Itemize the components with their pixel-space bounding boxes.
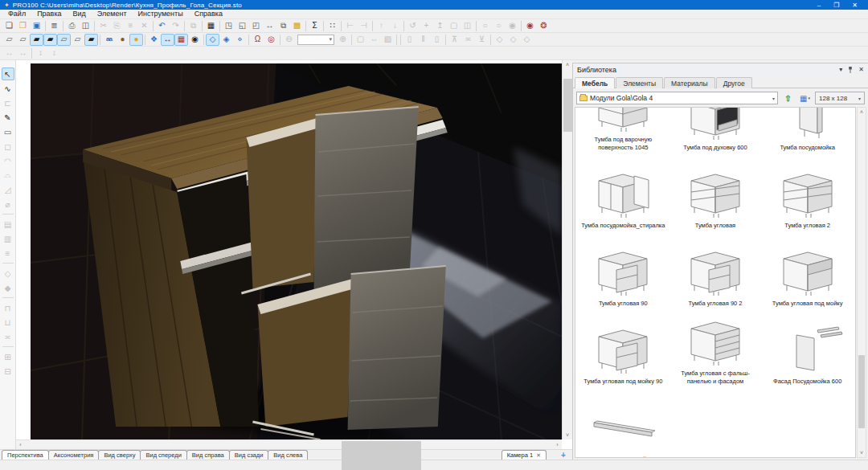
pin-icon[interactable] [848, 67, 853, 73]
view-tab-top[interactable]: Вид сверху [98, 450, 141, 460]
sep [476, 21, 477, 31]
select-tool-icon[interactable]: ↖ [2, 67, 14, 80]
element-clone-icon[interactable]: ⧉ [276, 20, 290, 32]
zoom-level-combo[interactable]: ▾ [297, 35, 334, 45]
menu-tools[interactable]: Инструменты [133, 10, 189, 18]
minimize-button[interactable]: – [817, 2, 821, 9]
tab-materials[interactable]: Материалы [664, 77, 715, 88]
price-list-icon[interactable]: Σ [308, 20, 321, 32]
snap-grid-icon[interactable]: ∷ [326, 20, 339, 32]
folder-up-button[interactable]: ⇧ [781, 92, 795, 104]
add-camera-button[interactable]: + [558, 451, 569, 460]
view-white-icon[interactable]: ▱ [57, 34, 71, 46]
scroll-down-icon[interactable]: ˅ [860, 448, 863, 457]
open-file-icon[interactable]: ❐ [16, 20, 30, 32]
new-file-icon[interactable]: ❏ [2, 20, 16, 32]
library-item[interactable]: Тумба угловая с фальш-панелью и фасадом [669, 309, 762, 387]
library-scrollbar[interactable]: ˄ ˅ [857, 107, 866, 458]
viewport-vertical-scrollbar[interactable]: ˄ ˅ [562, 60, 572, 439]
restore-button[interactable]: ❐ [833, 2, 839, 9]
menu-view[interactable]: Вид [68, 10, 92, 18]
grid-toggle-icon[interactable]: ▦ [174, 34, 188, 46]
render-orbit-icon[interactable]: ❂ [537, 20, 551, 32]
save-file-icon[interactable]: ▣ [30, 20, 43, 32]
view-tab-back[interactable]: Вид сзади [229, 450, 269, 460]
snap-edge-icon[interactable]: ◈ [219, 34, 233, 46]
library-item[interactable]: Цоколь посудомойка [577, 387, 669, 458]
library-item[interactable]: Тумба угловая 90 2 [669, 231, 762, 309]
view-shaded-icon[interactable]: ▰ [84, 34, 98, 46]
library-item[interactable]: Тумба угловая 2 [761, 153, 854, 231]
undo-icon[interactable]: ↶ [155, 20, 169, 32]
library-item[interactable]: Тумба под варочную поверхность 1045 [577, 107, 669, 153]
magnet-icon[interactable]: Ω [251, 34, 264, 46]
element-materials-icon[interactable]: ▩ [290, 20, 304, 32]
library-scroll-thumb[interactable] [858, 355, 865, 428]
library-item[interactable]: Тумба посудомойка_стиралка [577, 153, 669, 231]
snap-corner-icon[interactable]: ◇ [206, 34, 219, 46]
library-item[interactable]: Тумба под духовку 600 [669, 107, 762, 153]
scroll-up-icon[interactable]: ˄ [860, 108, 863, 116]
viewport-horizontal-scrollbar[interactable]: ‹ › [16, 439, 562, 449]
menu-edit[interactable]: Правка [31, 10, 67, 18]
view-contour-icon[interactable]: ▱ [16, 34, 30, 46]
report-icon[interactable]: ≣ [47, 20, 61, 32]
render-eye-icon[interactable]: ◉ [523, 20, 537, 32]
text-labels-icon[interactable]: aa [102, 34, 116, 46]
material-sphere-icon[interactable]: ● [116, 34, 129, 46]
menu-help[interactable]: Справка [189, 10, 228, 18]
library-item[interactable]: Фасад Посудомойка 600 [761, 309, 854, 387]
magnet-rotate-icon[interactable]: ◎ [264, 34, 278, 46]
textures-toggle-icon[interactable]: ❖ [147, 34, 161, 46]
item-thumbnail [584, 107, 661, 133]
render-3d-view[interactable] [31, 63, 562, 439]
close-button[interactable]: ✕ [852, 2, 858, 9]
chevron-down-icon[interactable]: ▾ [839, 66, 842, 73]
scroll-down-icon[interactable]: ˅ [566, 431, 569, 439]
view-color-icon[interactable]: ▰ [30, 34, 43, 46]
thumbnail-size-combo[interactable]: 128 x 128 ▾ [815, 92, 865, 104]
tab-furniture[interactable]: Мебель [575, 77, 615, 88]
dimension-tool-icon[interactable]: ∿ [2, 82, 14, 95]
library-item[interactable]: Тумба угловая под мойку 90 [577, 309, 669, 387]
rectangle-tool-icon[interactable]: ▭ [2, 125, 14, 138]
insert-element-icon[interactable]: ◳ [222, 20, 235, 32]
main-area: ↖∿⊏✎▭◻◠⌓◿⌀▤▥≡◇◆⊓⊔≍⊞⊟ [0, 60, 868, 460]
view-tab-axonometry[interactable]: Аксонометрия [48, 450, 100, 460]
element-into-icon[interactable]: ◱ [235, 20, 249, 32]
view-wireframe-icon[interactable]: ▱ [2, 34, 16, 46]
view-texture-icon[interactable]: ▰ [43, 34, 57, 46]
element-properties-icon[interactable]: ◰ [249, 20, 263, 32]
library-item[interactable]: Тумба угловая под мойку [761, 231, 854, 309]
print-preview-icon[interactable]: ◫ [79, 20, 92, 32]
menu-element[interactable]: Элемент [92, 10, 133, 18]
scroll-left-icon[interactable]: ‹ [16, 442, 25, 448]
view-tab-front[interactable]: Вид спереди [140, 450, 186, 460]
hscroll-thumb[interactable] [342, 441, 421, 470]
lighting-bulb-icon[interactable]: ● [129, 34, 143, 46]
view-tab-right[interactable]: Вид справа [186, 450, 230, 460]
pencil-tool-icon[interactable]: ✎ [2, 111, 14, 124]
visibility-eye-icon[interactable]: ◉ [188, 34, 202, 46]
dimensions-toggle-icon[interactable]: ↔ [161, 34, 174, 46]
library-path-combo[interactable]: Модули Gola\Gola 4 ▾ [576, 92, 778, 104]
element-resize-icon[interactable]: ↔ [263, 20, 276, 32]
close-icon[interactable]: ✕ [858, 66, 864, 73]
menu-file[interactable]: Файл [2, 10, 31, 18]
room-properties-icon[interactable]: ▦ [204, 20, 218, 32]
view-tab-perspective[interactable]: Перспектива [2, 450, 49, 460]
view-edges-icon[interactable]: ▱ [71, 34, 84, 46]
tab-other[interactable]: Другое [716, 77, 752, 88]
scroll-up-icon[interactable]: ˄ [566, 60, 569, 69]
thumbnail-view-button[interactable]: ▦▾ [798, 92, 812, 104]
view-tab-left[interactable]: Вид слева [268, 450, 308, 460]
scroll-right-icon[interactable]: › [553, 442, 562, 448]
camera-1-tab[interactable]: Камера 1 ✕ [502, 450, 547, 460]
snap-off-icon[interactable]: ⋄ [233, 34, 247, 46]
library-item[interactable]: Тумба угловая 90 [577, 231, 669, 309]
print-icon[interactable]: ⎙ [65, 20, 79, 32]
close-icon[interactable]: ✕ [536, 452, 541, 459]
tab-elements[interactable]: Элементы [616, 77, 663, 88]
library-item[interactable]: Тумба угловая [669, 153, 762, 231]
library-item[interactable]: Тумба посудомойка [761, 107, 854, 153]
